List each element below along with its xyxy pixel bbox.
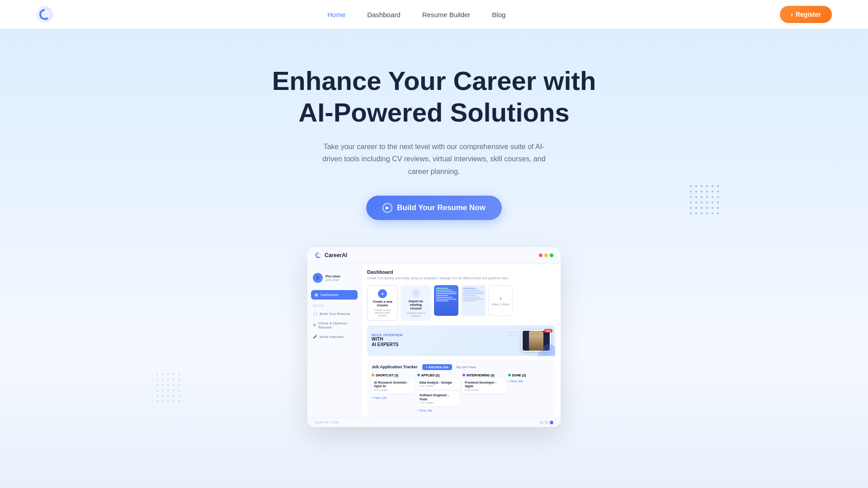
screenshot-menu-dashboard[interactable]: ▦ Dashboard: [311, 290, 358, 300]
svg-point-34: [706, 212, 708, 214]
screenshot-section-label: QUICK: [307, 300, 361, 309]
svg-point-45: [173, 379, 175, 380]
logo-icon: [36, 6, 53, 23]
svg-point-10: [706, 191, 708, 192]
svg-point-51: [178, 384, 180, 386]
svg-point-33: [701, 212, 703, 214]
screenshot-sidebar: 👤 Pro User John Doe ▦ Dashboard QUICK 📄 …: [307, 264, 362, 418]
screenshot-job-filter[interactable]: My Job Flows: [457, 366, 476, 369]
svg-point-70: [514, 331, 515, 333]
mock-dot-grid-icon: [505, 330, 519, 339]
svg-point-73: [510, 334, 512, 336]
screenshot-job-col-done: DONE (2) + New Job: [508, 374, 551, 413]
footer-dot-2: [545, 421, 548, 424]
nav-links: Home Dashboard Resume Builder Blog: [327, 11, 505, 19]
svg-point-53: [162, 389, 164, 391]
screenshot-resume-cards: + Create a new resume Create a new resum…: [367, 285, 555, 321]
svg-point-59: [167, 395, 169, 397]
svg-point-27: [701, 207, 703, 209]
dot-grid-bottom-left: [154, 371, 190, 407]
svg-point-36: [717, 212, 719, 214]
svg-point-2: [695, 185, 697, 187]
svg-point-41: [178, 373, 180, 375]
job-card-2[interactable]: Data Analyst - Google 0 of 1 tasks: [417, 379, 460, 389]
svg-point-13: [690, 196, 692, 198]
mock-menu-icon: 🎤: [313, 335, 317, 339]
screenshot-add-job-button[interactable]: + Add New Job: [422, 364, 452, 370]
svg-point-71: [517, 331, 518, 333]
svg-point-20: [695, 202, 697, 203]
screenshot-main-content: Dashboard Create CVs quickly and easily …: [362, 264, 561, 418]
screenshot-resume-thumb-1[interactable]: [434, 285, 458, 316]
job-card-4[interactable]: Frontend Developer - Apple 0 of 1 tasks: [462, 379, 505, 394]
screenshot-view-more-card[interactable]: › View 1 more: [488, 285, 513, 316]
screenshot-mock-interview-section[interactable]: MOCK INTERVIEW WITH AI EXPERTS: [367, 325, 555, 356]
svg-point-39: [167, 373, 169, 375]
nav-resume-builder[interactable]: Resume Builder: [422, 11, 471, 19]
svg-point-15: [701, 196, 703, 198]
shortlist-add-job-link[interactable]: + New Job: [372, 395, 415, 400]
svg-point-23: [712, 202, 713, 203]
done-add-job-link[interactable]: + New Job: [508, 379, 551, 384]
screenshot-import-resume-card[interactable]: ↑ Import an existing resume Or Make DOCX…: [401, 285, 431, 321]
build-menu-icon: 📄: [313, 312, 317, 316]
nav-blog[interactable]: Blog: [492, 11, 505, 19]
nav-dashboard[interactable]: Dashboard: [367, 11, 400, 19]
svg-point-24: [717, 202, 719, 203]
svg-point-61: [178, 395, 180, 397]
svg-point-44: [167, 379, 169, 380]
nav-home[interactable]: Home: [327, 11, 345, 19]
svg-point-58: [162, 395, 164, 397]
svg-point-1: [690, 185, 692, 187]
screenshot-job-col-applied: APPLIED (2) Data Analyst - Google 0 of 1…: [417, 374, 460, 413]
screenshot-body: 👤 Pro User John Doe ▦ Dashboard QUICK 📄 …: [307, 264, 561, 418]
svg-point-54: [167, 389, 169, 391]
screenshot-create-resume-card[interactable]: + Create a new resume Create a new resum…: [367, 285, 398, 321]
window-close-dot: [539, 253, 542, 257]
svg-point-32: [695, 212, 697, 214]
svg-point-17: [712, 196, 713, 198]
svg-point-5: [712, 185, 713, 187]
screenshot-logo-icon: [315, 252, 322, 259]
svg-point-9: [701, 191, 703, 192]
build-resume-button[interactable]: ▶ Build Your Resume Now: [366, 196, 502, 220]
svg-point-3: [701, 185, 703, 187]
svg-point-8: [695, 191, 697, 192]
svg-point-47: [156, 384, 158, 386]
screenshot-col-header-applied: APPLIED (2): [417, 374, 460, 377]
screenshot-copyright: Career AI © 2024: [315, 421, 339, 424]
screenshot-menu-mock[interactable]: 🎤 Mock Interview: [307, 332, 361, 342]
svg-point-38: [162, 373, 164, 375]
screenshot-menu-build[interactable]: 📄 Build Your Resume: [307, 309, 361, 319]
svg-point-64: [167, 400, 169, 402]
applied-col-dot: [417, 374, 420, 376]
job-card-3[interactable]: Software Engineer - Tesla 1 of 4 tasks: [417, 391, 460, 406]
svg-point-22: [706, 202, 708, 203]
job-card-1[interactable]: AI Research Scientist - Open AI 0 of 1 t…: [372, 379, 415, 394]
svg-point-62: [156, 400, 158, 402]
svg-point-72: [507, 334, 509, 336]
svg-point-37: [156, 373, 158, 375]
navbar: Home Dashboard Resume Builder Blog › Reg…: [0, 0, 868, 29]
screenshot-menu-optimize[interactable]: ⚙ Check & Optimize Resume: [307, 319, 361, 332]
screenshot-user-panel: 👤 Pro User John Doe: [307, 269, 361, 286]
screenshot-col-header-interviewing: INTERVIEWING (3): [462, 374, 505, 377]
svg-point-6: [717, 185, 719, 187]
register-button[interactable]: › Register: [780, 6, 832, 23]
optimize-menu-icon: ⚙: [313, 323, 316, 327]
window-maximize-dot: [550, 253, 553, 257]
applied-add-job-link[interactable]: + New Job: [417, 408, 460, 413]
svg-point-18: [717, 196, 719, 198]
screenshot-resume-thumb-2[interactable]: [461, 285, 486, 316]
svg-point-19: [690, 202, 692, 203]
screenshot-logo: CareerAI: [315, 252, 347, 259]
screenshot-job-col-shortlist: SHORTLIST (3) AI Research Scientist - Op…: [372, 374, 415, 413]
svg-point-57: [156, 395, 158, 397]
shortlist-col-dot: [372, 374, 374, 376]
svg-point-50: [173, 384, 175, 386]
screenshot-job-tracker-header: Job Application Tracker + Add New Job My…: [372, 364, 551, 370]
screenshot-footer-dots: [540, 421, 553, 424]
screenshot-col-header-done: DONE (2): [508, 374, 551, 377]
footer-dot-1: [540, 421, 543, 424]
svg-point-56: [178, 389, 180, 391]
